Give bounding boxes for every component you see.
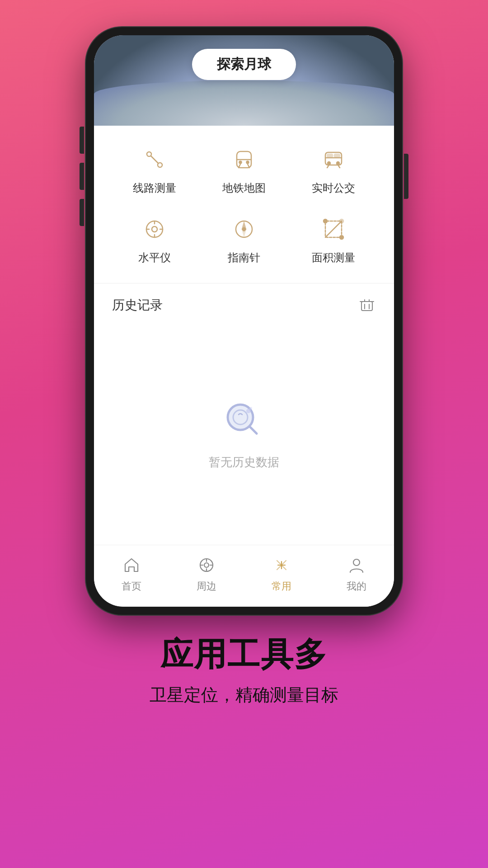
svg-point-14 <box>337 162 339 165</box>
line-measure-icon <box>139 144 170 175</box>
tool-bus-label: 实时公交 <box>312 181 355 195</box>
nav-common-label: 常用 <box>272 580 291 593</box>
tool-subway-label: 地铁地图 <box>222 181 266 195</box>
area-measure-icon <box>318 213 349 245</box>
tool-compass[interactable]: 指南针 <box>202 209 286 269</box>
tool-line-measure[interactable]: 线路测量 <box>112 139 197 200</box>
compass-icon <box>228 213 260 245</box>
common-icon <box>271 554 292 576</box>
delete-button[interactable] <box>358 296 376 314</box>
tools-grid: 线路测量 <box>112 139 376 269</box>
tool-area-measure[interactable]: 面积测量 <box>291 209 376 269</box>
bus-icon <box>318 144 349 175</box>
svg-point-8 <box>247 161 249 164</box>
svg-rect-16 <box>334 154 340 157</box>
nav-mine-label: 我的 <box>347 580 366 593</box>
phone-wrapper: 探索月球 线路测量 <box>86 27 402 615</box>
svg-point-18 <box>152 226 157 232</box>
svg-line-40 <box>249 426 257 434</box>
home-icon <box>121 554 142 576</box>
bottom-nav: 首页 周边 <box>94 545 394 607</box>
svg-point-7 <box>239 161 242 164</box>
explore-badge: 探索月球 <box>192 49 296 80</box>
bottom-text: 应用工具多 卫星定位，精确测量目标 <box>150 633 338 707</box>
tool-level[interactable]: 水平仪 <box>112 209 197 269</box>
svg-rect-32 <box>361 302 372 311</box>
svg-point-31 <box>340 219 343 223</box>
phone-screen: 探索月球 线路测量 <box>94 35 394 607</box>
phone-frame: 探索月球 线路测量 <box>86 27 402 615</box>
svg-point-13 <box>328 162 330 165</box>
svg-point-44 <box>204 563 209 567</box>
empty-search-icon <box>221 398 267 443</box>
subway-icon <box>228 144 260 175</box>
tool-line-measure-label: 线路测量 <box>133 181 176 195</box>
history-title: 历史记录 <box>112 297 163 314</box>
empty-text: 暂无历史数据 <box>209 454 279 470</box>
svg-line-28 <box>325 221 342 237</box>
bottom-title: 应用工具多 <box>150 633 338 676</box>
nav-item-home[interactable]: 首页 <box>109 554 154 593</box>
history-header: 历史记录 <box>94 283 394 323</box>
tool-level-label: 水平仪 <box>138 250 171 265</box>
svg-point-53 <box>353 559 360 566</box>
tool-subway-map[interactable]: 地铁地图 <box>202 139 286 200</box>
svg-rect-15 <box>327 154 333 157</box>
tools-section: 线路测量 <box>94 126 394 283</box>
svg-point-42 <box>249 407 252 410</box>
history-empty: 暂无历史数据 <box>94 323 394 545</box>
tool-compass-label: 指南针 <box>228 250 260 265</box>
svg-line-2 <box>151 156 158 163</box>
tool-realtime-bus[interactable]: 实时公交 <box>291 139 376 200</box>
tool-area-label: 面积测量 <box>312 250 355 265</box>
nearby-icon <box>196 554 217 576</box>
svg-point-30 <box>340 236 343 239</box>
level-icon <box>139 213 170 245</box>
nav-item-common[interactable]: 常用 <box>259 554 304 593</box>
svg-point-26 <box>243 228 245 231</box>
nav-item-mine[interactable]: 我的 <box>334 554 379 593</box>
mine-icon <box>346 554 367 576</box>
screen-header: 探索月球 <box>94 35 394 126</box>
nav-item-nearby[interactable]: 周边 <box>184 554 229 593</box>
nav-nearby-label: 周边 <box>197 580 216 593</box>
history-section: 历史记录 <box>94 283 394 545</box>
nav-home-label: 首页 <box>122 580 141 593</box>
moon-surface <box>94 80 394 126</box>
svg-point-29 <box>324 219 327 223</box>
bottom-subtitle: 卫星定位，精确测量目标 <box>150 684 338 707</box>
